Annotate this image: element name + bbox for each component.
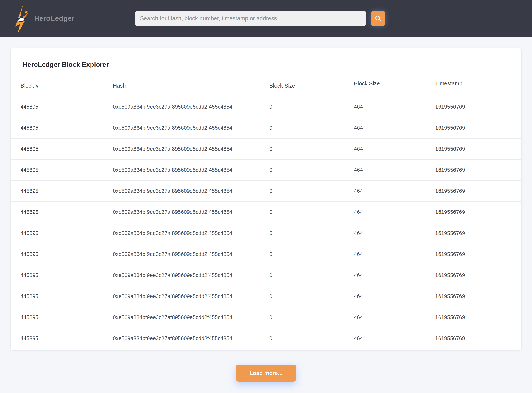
brand-name: HeroLedger <box>34 15 74 23</box>
cell-timestamp: 1619556769 <box>435 244 522 265</box>
cell-block-size-2: 464 <box>354 180 435 201</box>
cell-block-number: 445895 <box>10 180 113 201</box>
cell-timestamp: 1619556769 <box>435 138 522 159</box>
cell-hash: 0xe509a834bf9ee3c27af895609e5cdd2f455c48… <box>113 96 269 117</box>
cell-block-number: 445895 <box>10 307 113 328</box>
table-row: 445895 0xe509a834bf9ee3c27af895609e5cdd2… <box>10 265 522 286</box>
blocks-table: Block # Hash Block Size Block Size Times… <box>10 69 522 349</box>
cell-block-size-2: 464 <box>354 96 435 117</box>
cell-block-size: 0 <box>269 307 354 328</box>
cell-timestamp: 1619556769 <box>435 201 522 222</box>
cell-block-size: 0 <box>269 265 354 286</box>
app-header: HeroLedger <box>0 0 532 37</box>
load-more-button[interactable]: Load more... <box>236 364 296 382</box>
main-content: HeroLedger Block Explorer Block # Hash B… <box>0 48 532 382</box>
cell-block-size-2: 464 <box>354 286 435 307</box>
cell-block-number: 445895 <box>10 222 113 244</box>
cell-block-size-2: 464 <box>354 159 435 180</box>
cell-block-size: 0 <box>269 96 354 117</box>
cell-block-number: 445895 <box>10 201 113 222</box>
search-input[interactable] <box>135 11 366 26</box>
cell-timestamp: 1619556769 <box>435 328 522 349</box>
cell-timestamp: 1619556769 <box>435 222 522 244</box>
cell-block-size-2: 464 <box>354 222 435 244</box>
cell-block-size: 0 <box>269 117 354 138</box>
cell-block-size-2: 464 <box>354 328 435 349</box>
table-row: 445895 0xe509a834bf9ee3c27af895609e5cdd2… <box>10 96 522 117</box>
cell-hash: 0xe509a834bf9ee3c27af895609e5cdd2f455c48… <box>113 138 269 159</box>
cell-timestamp: 1619556769 <box>435 117 522 138</box>
column-header-block-size-2: Block Size <box>354 69 435 96</box>
search-bar <box>135 0 385 37</box>
cell-block-size: 0 <box>269 180 354 201</box>
cell-block-size-2: 464 <box>354 201 435 222</box>
cell-timestamp: 1619556769 <box>435 286 522 307</box>
table-row: 445895 0xe509a834bf9ee3c27af895609e5cdd2… <box>10 244 522 265</box>
block-explorer-card: HeroLedger Block Explorer Block # Hash B… <box>10 48 522 350</box>
cell-timestamp: 1619556769 <box>435 180 522 201</box>
cell-block-size: 0 <box>269 222 354 244</box>
cell-timestamp: 1619556769 <box>435 159 522 180</box>
cell-block-size-2: 464 <box>354 307 435 328</box>
cell-block-size-2: 464 <box>354 244 435 265</box>
cell-hash: 0xe509a834bf9ee3c27af895609e5cdd2f455c48… <box>113 265 269 286</box>
column-header-hash: Hash <box>113 69 269 96</box>
cell-hash: 0xe509a834bf9ee3c27af895609e5cdd2f455c48… <box>113 222 269 244</box>
brand: HeroLedger <box>0 4 74 34</box>
table-row: 445895 0xe509a834bf9ee3c27af895609e5cdd2… <box>10 307 522 328</box>
column-header-timestamp: Timestamp <box>435 69 522 96</box>
cell-block-number: 445895 <box>10 265 113 286</box>
cell-block-size: 0 <box>269 138 354 159</box>
cell-hash: 0xe509a834bf9ee3c27af895609e5cdd2f455c48… <box>113 180 269 201</box>
cell-block-number: 445895 <box>10 328 113 349</box>
table-row: 445895 0xe509a834bf9ee3c27af895609e5cdd2… <box>10 138 522 159</box>
cell-block-number: 445895 <box>10 96 113 117</box>
column-header-block-size: Block Size <box>269 69 354 96</box>
cell-timestamp: 1619556769 <box>435 96 522 117</box>
cell-block-size: 0 <box>269 159 354 180</box>
cell-hash: 0xe509a834bf9ee3c27af895609e5cdd2f455c48… <box>113 244 269 265</box>
cell-hash: 0xe509a834bf9ee3c27af895609e5cdd2f455c48… <box>113 159 269 180</box>
cell-block-number: 445895 <box>10 159 113 180</box>
cell-hash: 0xe509a834bf9ee3c27af895609e5cdd2f455c48… <box>113 201 269 222</box>
table-body: 445895 0xe509a834bf9ee3c27af895609e5cdd2… <box>10 96 522 349</box>
cell-block-number: 445895 <box>10 117 113 138</box>
cell-block-size: 0 <box>269 328 354 349</box>
heroledger-logo-icon <box>14 4 30 34</box>
search-button[interactable] <box>371 11 385 26</box>
cell-hash: 0xe509a834bf9ee3c27af895609e5cdd2f455c48… <box>113 286 269 307</box>
table-row: 445895 0xe509a834bf9ee3c27af895609e5cdd2… <box>10 117 522 138</box>
table-row: 445895 0xe509a834bf9ee3c27af895609e5cdd2… <box>10 328 522 349</box>
cell-block-size-2: 464 <box>354 117 435 138</box>
table-row: 445895 0xe509a834bf9ee3c27af895609e5cdd2… <box>10 201 522 222</box>
table-row: 445895 0xe509a834bf9ee3c27af895609e5cdd2… <box>10 180 522 201</box>
table-row: 445895 0xe509a834bf9ee3c27af895609e5cdd2… <box>10 286 522 307</box>
cell-block-size-2: 464 <box>354 265 435 286</box>
table-row: 445895 0xe509a834bf9ee3c27af895609e5cdd2… <box>10 159 522 180</box>
cell-block-number: 445895 <box>10 286 113 307</box>
cell-block-size: 0 <box>269 286 354 307</box>
cell-timestamp: 1619556769 <box>435 307 522 328</box>
page-title: HeroLedger Block Explorer <box>10 48 522 69</box>
cell-block-size: 0 <box>269 244 354 265</box>
cell-block-number: 445895 <box>10 138 113 159</box>
table-row: 445895 0xe509a834bf9ee3c27af895609e5cdd2… <box>10 222 522 244</box>
cell-block-size: 0 <box>269 201 354 222</box>
cell-hash: 0xe509a834bf9ee3c27af895609e5cdd2f455c48… <box>113 307 269 328</box>
cell-block-number: 445895 <box>10 244 113 265</box>
cell-hash: 0xe509a834bf9ee3c27af895609e5cdd2f455c48… <box>113 117 269 138</box>
cell-timestamp: 1619556769 <box>435 265 522 286</box>
column-header-block-number: Block # <box>10 69 113 96</box>
cell-hash: 0xe509a834bf9ee3c27af895609e5cdd2f455c48… <box>113 328 269 349</box>
cell-block-size-2: 464 <box>354 138 435 159</box>
search-icon <box>374 15 382 22</box>
table-header: Block # Hash Block Size Block Size Times… <box>10 69 522 96</box>
